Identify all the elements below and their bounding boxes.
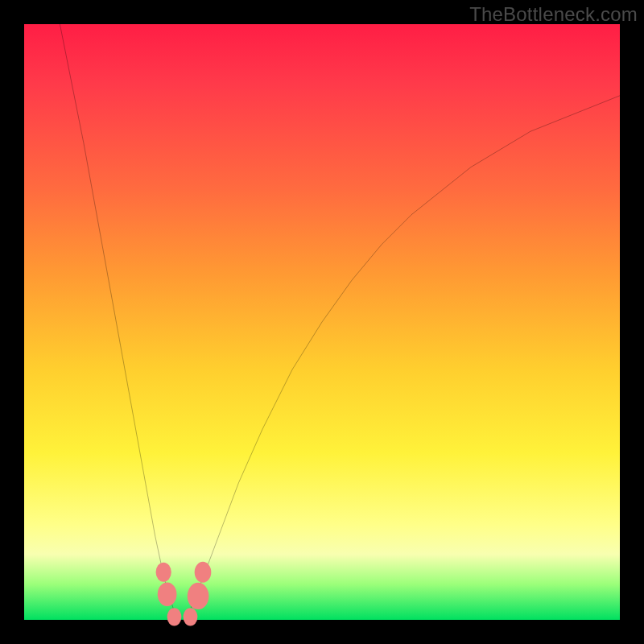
- marker-right-upper: [195, 562, 212, 583]
- chart-frame: TheBottleneck.com: [0, 0, 644, 644]
- attribution-text: TheBottleneck.com: [469, 3, 638, 26]
- marker-bottom-2: [184, 608, 198, 625]
- marker-left-upper: [156, 563, 171, 582]
- curve-layer: [24, 24, 620, 620]
- marker-bottom-1: [167, 608, 182, 625]
- marker-right-lower: [188, 583, 209, 609]
- marker-left-lower: [158, 582, 177, 606]
- plot-area: [24, 24, 620, 620]
- bottleneck-curve: [60, 24, 620, 620]
